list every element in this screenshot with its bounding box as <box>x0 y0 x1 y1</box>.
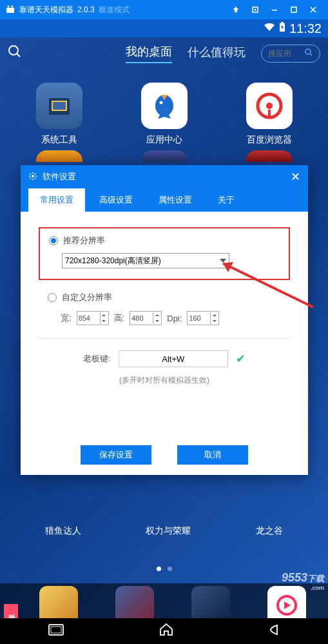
folder-icon <box>36 83 82 129</box>
back-icon[interactable] <box>268 623 281 639</box>
boss-key-row: 老板键: ✔ <box>39 350 290 367</box>
home-icon[interactable] <box>159 623 173 639</box>
watermark: 9553下载 .com <box>282 571 324 591</box>
custom-dimension-row: 宽: 854 高: 480 Dpi: 160 <box>61 311 290 325</box>
app-title: 靠谱天天模拟器 <box>19 5 73 15</box>
game-icon <box>39 586 78 619</box>
radio-label: 自定义分辨率 <box>62 292 112 303</box>
cancel-button[interactable]: 取消 <box>177 445 248 465</box>
chevron-down-icon <box>220 259 226 263</box>
tab-advanced-settings[interactable]: 高级设置 <box>88 188 144 212</box>
highlight-box: 推荐分辨率 720x1280-320dpi(高清竖屏) <box>39 227 290 280</box>
page-dot-active <box>157 567 161 571</box>
dialog-title: 软件设置 <box>43 171 76 183</box>
svg-rect-5 <box>272 10 277 11</box>
minimize-icon[interactable] <box>265 0 284 19</box>
game-item[interactable]: 龙之谷 <box>23 586 94 619</box>
dpi-stepper[interactable]: 160 <box>187 311 219 325</box>
close-icon[interactable] <box>304 0 323 19</box>
boss-key-input[interactable] <box>119 350 228 367</box>
radio-recommended-resolution[interactable]: 推荐分辨率 <box>49 235 280 247</box>
maximize-icon[interactable] <box>284 0 304 19</box>
game-item[interactable]: 轩辕剑3 <box>99 586 170 619</box>
resolution-select[interactable]: 720x1280-320dpi(高清竖屏) <box>62 253 229 268</box>
android-nav-bar <box>0 618 328 644</box>
search-pill[interactable] <box>261 45 320 63</box>
emulator-title-bar: 靠谱天天模拟器 2.0.3 极速模式 <box>0 0 328 19</box>
dialog-footer: 保存设置 取消 <box>21 435 308 475</box>
bottom-app-labels: 猎鱼达人 权力与荣耀 龙之谷 <box>0 525 328 537</box>
fish-icon <box>141 83 188 129</box>
dialog-body: 推荐分辨率 720x1280-320dpi(高清竖屏) 自定义分辨率 宽: 85… <box>21 212 308 435</box>
svg-point-9 <box>9 46 18 55</box>
status-time: 11:32 <box>289 21 322 36</box>
gear-icon <box>28 172 37 183</box>
svg-point-2 <box>12 6 14 8</box>
dialog-header: 软件设置 ✕ <box>21 165 308 188</box>
app-grid: 系统工具 应用中心 百度浏览器 <box>0 70 328 149</box>
height-label: 高: <box>114 312 125 324</box>
radio-label: 推荐分辨率 <box>63 235 105 247</box>
svg-rect-13 <box>53 102 66 110</box>
tab-common-settings[interactable]: 常用设置 <box>28 188 85 212</box>
game-item[interactable]: 大话西游热血版 <box>175 586 246 619</box>
svg-rect-17 <box>268 110 271 116</box>
svg-point-4 <box>255 9 256 11</box>
app-system-tools[interactable]: 系统工具 <box>24 83 95 146</box>
new-games-tag: 新游风向标 <box>4 604 18 618</box>
tab-my-desktop[interactable]: 我的桌面 <box>126 44 172 63</box>
svg-rect-0 <box>6 8 14 13</box>
radio-checked-icon[interactable] <box>49 236 58 245</box>
window-mode-icon[interactable] <box>246 0 265 19</box>
app-label: 系统工具 <box>41 134 77 146</box>
page-indicator <box>0 567 328 571</box>
svg-point-14 <box>159 101 162 105</box>
app-app-center[interactable]: 应用中心 <box>129 83 200 146</box>
dialog-close-icon[interactable]: ✕ <box>291 170 300 184</box>
speed-mode-label: 极速模式 <box>99 5 130 15</box>
app-label: 应用中心 <box>146 134 182 146</box>
new-games-bar: 新游风向标 龙之谷 轩辕剑3 大话西游热血版 星月VR直播 <box>0 583 328 618</box>
tab-about[interactable]: 关于 <box>206 188 246 212</box>
baidu-icon <box>246 83 293 129</box>
battery-icon <box>279 22 285 35</box>
boss-key-label: 老板键: <box>83 353 111 365</box>
boss-key-note: (多开时对所有模拟器生效) <box>39 375 290 386</box>
radio-unchecked-icon[interactable] <box>48 293 57 302</box>
tab-worth-playing[interactable]: 什么值得玩 <box>188 45 246 63</box>
app-label: 百度浏览器 <box>247 134 292 146</box>
save-button[interactable]: 保存设置 <box>81 445 151 465</box>
svg-point-21 <box>32 175 34 177</box>
search-pill-icon[interactable] <box>304 48 313 59</box>
pin-icon[interactable] <box>226 0 246 19</box>
dialog-tabs: 常用设置 高级设置 属性设置 关于 <box>21 188 308 212</box>
app-baidu-browser[interactable]: 百度浏览器 <box>234 83 305 146</box>
game-icon <box>115 586 154 619</box>
game-icon <box>191 586 230 619</box>
recent-apps-icon[interactable] <box>48 623 64 639</box>
svg-point-1 <box>8 6 10 8</box>
search-input[interactable] <box>268 49 300 58</box>
svg-rect-20 <box>51 627 61 633</box>
settings-dialog: 软件设置 ✕ 常用设置 高级设置 属性设置 关于 推荐分辨率 720x1280-… <box>21 165 308 475</box>
dpi-label: Dpi: <box>167 314 182 323</box>
app-label: 猎鱼达人 <box>45 525 81 537</box>
tab-attribute-settings[interactable]: 属性设置 <box>147 188 204 212</box>
resolution-value: 720x1280-320dpi(高清竖屏) <box>65 256 161 267</box>
app-label: 权力与荣耀 <box>146 525 191 537</box>
app-grid-row2-peek <box>0 150 328 162</box>
search-icon[interactable] <box>8 45 22 63</box>
svg-point-10 <box>305 49 311 54</box>
width-label: 宽: <box>61 312 72 324</box>
app-label: 龙之谷 <box>256 525 283 537</box>
height-stepper[interactable]: 480 <box>130 311 162 325</box>
android-status-bar: 11:32 <box>0 19 328 37</box>
app-version: 2.0.3 <box>77 5 95 14</box>
radio-custom-resolution[interactable]: 自定义分辨率 <box>48 292 290 303</box>
wifi-icon <box>264 23 275 34</box>
page-dot <box>168 567 172 571</box>
check-icon: ✔ <box>236 352 246 366</box>
app-logo-icon <box>5 5 15 15</box>
svg-point-16 <box>266 103 273 109</box>
width-stepper[interactable]: 854 <box>77 311 109 325</box>
